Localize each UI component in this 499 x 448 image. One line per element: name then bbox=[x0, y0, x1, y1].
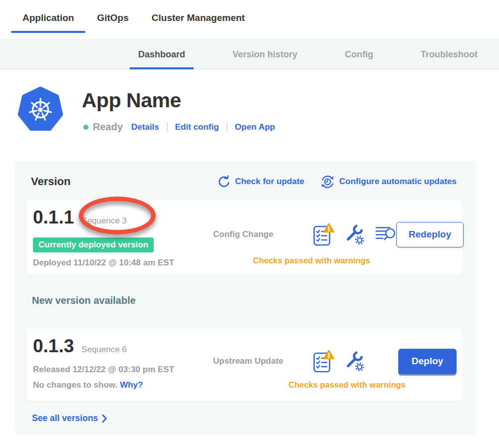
deployed-timestamp: Deployed 11/10/22 @ 10:48 am EST bbox=[33, 258, 213, 268]
deploy-button[interactable]: Deploy bbox=[398, 349, 457, 374]
admin-console-page: Application GitOps Cluster Management Da… bbox=[0, 0, 499, 448]
refresh-icon bbox=[217, 175, 231, 189]
edit-config-link[interactable]: Edit config bbox=[175, 122, 219, 132]
secondary-nav: Dashboard Version history Config Trouble… bbox=[0, 39, 499, 69]
app-title: App Name bbox=[82, 89, 275, 112]
tab-gitops[interactable]: GitOps bbox=[85, 0, 140, 33]
current-checks-status: Checks passed with warnings bbox=[253, 256, 464, 265]
tab-gitops-label: GitOps bbox=[97, 12, 128, 23]
available-version-info: 0.1.3 Sequence 6 Released 12/12/22 @ 03:… bbox=[33, 336, 213, 394]
configure-automatic-updates-label: Configure automatic updates bbox=[339, 177, 457, 187]
version-card: Version Check for update bbox=[15, 161, 476, 435]
current-checks-line: Config Change bbox=[213, 222, 464, 247]
check-for-update-link[interactable]: Check for update bbox=[217, 175, 304, 189]
link-divider bbox=[167, 122, 168, 132]
check-for-update-label: Check for update bbox=[235, 177, 304, 187]
tab-config-label: Config bbox=[345, 49, 373, 60]
config-wrench-icon[interactable] bbox=[344, 223, 366, 246]
config-wrench-icon[interactable] bbox=[344, 350, 366, 373]
version-card-actions: Check for update Configure automatic u bbox=[217, 175, 457, 189]
link-divider bbox=[227, 122, 228, 132]
tab-troubleshoot[interactable]: Troubleshoot bbox=[412, 40, 486, 69]
available-source-label: Upstream Update bbox=[213, 356, 313, 366]
active-tab-underline bbox=[11, 31, 85, 33]
available-check-icons bbox=[313, 349, 366, 373]
current-version-info: 0.1.1 Sequence 3 Currently deployed vers… bbox=[33, 207, 213, 268]
available-version-sequence: Sequence 6 bbox=[81, 345, 127, 355]
version-card-title: Version bbox=[31, 175, 70, 188]
preflight-checklist-warning-icon[interactable] bbox=[313, 223, 334, 246]
tab-dashboard[interactable]: Dashboard bbox=[130, 40, 194, 69]
current-version-actions: Config Change bbox=[213, 207, 464, 268]
tab-version-history[interactable]: Version history bbox=[224, 40, 306, 69]
app-status-row: Ready Details Edit config Open App bbox=[83, 121, 275, 133]
current-source-label: Config Change bbox=[213, 229, 313, 239]
current-version-line: 0.1.1 Sequence 3 bbox=[33, 207, 213, 228]
see-all-versions-label: See all versions bbox=[32, 413, 98, 424]
available-checks-line: Upstream Update bbox=[213, 348, 457, 374]
currently-deployed-badge: Currently deployed version bbox=[33, 237, 154, 252]
current-version-sequence: Sequence 3 bbox=[81, 216, 127, 226]
tab-version-history-label: Version history bbox=[233, 49, 297, 60]
available-version-actions: Upstream Update bbox=[213, 336, 457, 394]
available-version-line: 0.1.3 Sequence 6 bbox=[33, 336, 213, 357]
status-dot bbox=[83, 125, 88, 130]
kubernetes-logo-icon bbox=[17, 86, 63, 131]
open-app-link[interactable]: Open App bbox=[235, 122, 275, 132]
why-link[interactable]: Why? bbox=[120, 380, 143, 390]
app-header: App Name Ready Details Edit config Open … bbox=[17, 86, 499, 133]
active-subtab-underline bbox=[130, 67, 194, 69]
version-row-available: 0.1.3 Sequence 6 Released 12/12/22 @ 03:… bbox=[27, 329, 463, 401]
redeploy-button[interactable]: Redeploy bbox=[396, 222, 464, 247]
available-checks-status: Checks passed with warnings bbox=[288, 380, 457, 390]
schedule-update-icon bbox=[320, 175, 335, 189]
version-card-header: Version Check for update bbox=[27, 175, 463, 188]
current-check-icons bbox=[313, 223, 396, 246]
new-version-heading: New version available bbox=[32, 295, 463, 307]
current-version-number: 0.1.1 bbox=[33, 207, 74, 228]
tab-config[interactable]: Config bbox=[336, 40, 382, 69]
tab-cluster-management[interactable]: Cluster Management bbox=[140, 0, 256, 33]
tab-application-label: Application bbox=[22, 12, 74, 23]
released-timestamp: Released 12/12/22 @ 03:30 pm EST bbox=[33, 365, 213, 375]
version-row-current: 0.1.1 Sequence 3 Currently deployed vers… bbox=[27, 200, 463, 275]
see-all-versions-link[interactable]: See all versions bbox=[32, 413, 107, 424]
app-header-text: App Name Ready Details Edit config Open … bbox=[82, 86, 275, 133]
available-version-number: 0.1.3 bbox=[33, 336, 74, 357]
chevron-right-icon bbox=[102, 414, 107, 423]
tab-application[interactable]: Application bbox=[11, 0, 85, 33]
status-label: Ready bbox=[93, 121, 123, 133]
tab-dashboard-label: Dashboard bbox=[138, 49, 185, 60]
details-link[interactable]: Details bbox=[131, 122, 159, 132]
tab-cluster-management-label: Cluster Management bbox=[152, 12, 245, 23]
changes-note: No changes to show. Why? bbox=[33, 380, 213, 390]
no-changes-text: No changes to show. bbox=[33, 380, 117, 390]
preflight-checklist-warning-icon[interactable] bbox=[313, 349, 334, 373]
view-files-icon[interactable] bbox=[375, 225, 396, 244]
primary-nav: Application GitOps Cluster Management bbox=[0, 0, 499, 39]
configure-automatic-updates-link[interactable]: Configure automatic updates bbox=[320, 175, 457, 189]
tab-troubleshoot-label: Troubleshoot bbox=[421, 49, 478, 60]
